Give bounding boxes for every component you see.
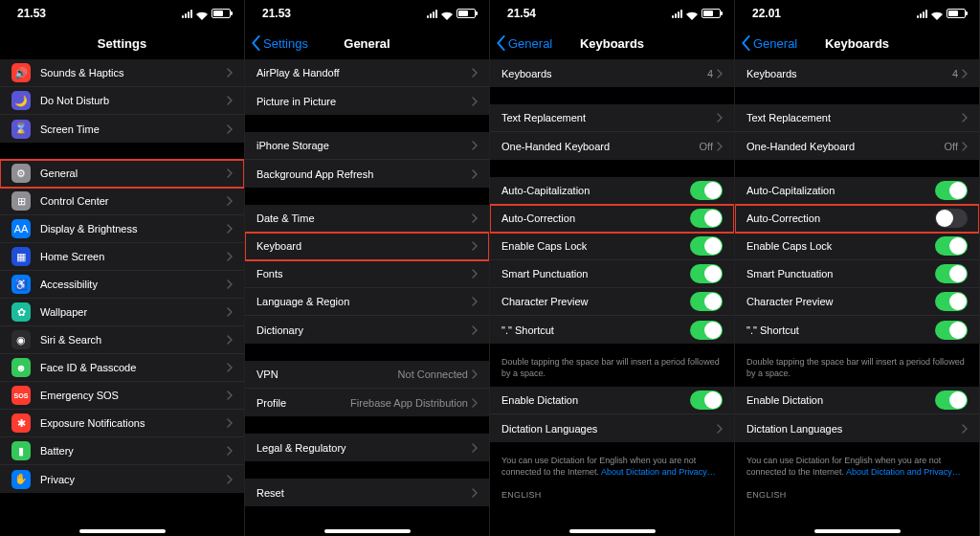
toggle-switch[interactable] [690,321,723,340]
back-button[interactable]: Settings [251,27,308,59]
chevron-right-icon [472,68,478,78]
row-label: VPN [256,368,398,380]
home-icon: ▦ [11,247,31,266]
list-row[interactable]: Fonts [245,260,489,288]
home-indicator[interactable] [79,529,166,533]
row-detail: 4 [707,68,713,79]
chevron-right-icon [472,141,478,150]
list-row[interactable]: ⚙General [0,160,244,188]
status-time: 21.54 [507,7,536,20]
toggle-switch[interactable] [690,181,723,200]
navbar: Settings General [245,27,489,59]
list-row[interactable]: Dictionary [245,316,489,344]
list-row[interactable]: AADisplay & Brightness [0,215,244,243]
toggle-switch[interactable] [935,181,968,200]
list-row[interactable]: Dictation Languages [490,414,734,442]
list-row[interactable]: ☻Face ID & Passcode [0,354,244,382]
list-row[interactable]: AirPlay & Handoff [245,59,489,87]
list-row[interactable]: VPNNot Connected [245,361,489,389]
list-row[interactable]: One-Handed KeyboardOff [735,132,979,160]
list-row[interactable]: Keyboards4 [735,59,979,87]
list-row[interactable]: Date & Time [245,205,489,233]
siri-icon: ◉ [11,330,31,349]
row-label: iPhone Storage [256,140,472,151]
chevron-right-icon [227,307,233,317]
toggle-switch[interactable] [935,264,968,283]
status-right [672,9,721,18]
dictation-privacy-link[interactable]: About Dictation and Privacy… [846,467,961,477]
row-label: Enable Dictation [501,394,690,406]
list-row[interactable]: 🌙Do Not Disturb [0,87,244,115]
row-label: Enable Caps Lock [501,240,690,252]
list-row[interactable]: Language & Region [245,288,489,316]
sos-icon: SOS [11,386,31,405]
row-label: Display & Brightness [40,223,227,234]
list-row[interactable]: Legal & Regulatory [245,434,489,461]
row-label: Enable Dictation [746,394,935,406]
toggle-switch[interactable] [690,292,723,311]
chevron-right-icon [717,142,723,151]
wifi-icon [686,10,698,18]
chevron-right-icon [227,391,233,400]
list-row[interactable]: Keyboard [245,233,489,260]
back-button[interactable]: General [496,27,552,59]
list-row[interactable]: iPhone Storage [245,132,489,160]
privacy-icon: ✋ [11,470,31,489]
toggle-switch[interactable] [690,391,723,410]
home-indicator[interactable] [814,529,901,533]
toggle-switch[interactable] [935,292,968,311]
list-row[interactable]: Picture in Picture [245,87,489,115]
list-row[interactable]: Background App Refresh [245,160,489,188]
dictation-privacy-link[interactable]: About Dictation and Privacy… [601,467,716,477]
toggle-row: "." Shortcut [490,316,734,344]
toggle-switch[interactable] [935,209,968,228]
home-indicator[interactable] [324,529,411,533]
list-row[interactable]: Reset [245,479,489,506]
chevron-right-icon [472,398,478,408]
row-label: Sounds & Haptics [40,67,227,78]
list-row[interactable]: Text Replacement [490,104,734,132]
list-row[interactable]: Dictation Languages [735,414,979,442]
navbar: General Keyboards [490,27,734,59]
toggle-switch[interactable] [690,264,723,283]
chevron-right-icon [227,124,233,134]
home-indicator[interactable] [569,529,656,533]
page-title: Settings [98,36,146,51]
list-row[interactable]: ✱Exposure Notifications [0,410,244,437]
list-row[interactable]: SOSEmergency SOS [0,382,244,410]
toggle-row: Auto-Correction [490,205,734,233]
list-row[interactable]: Text Replacement [735,104,979,132]
toggle-switch[interactable] [935,391,968,410]
row-label: General [40,168,227,179]
status-time: 21.53 [262,7,291,20]
toggle-switch[interactable] [935,236,968,256]
toggle-row: Smart Punctuation [490,260,734,288]
list-row[interactable]: ✿Wallpaper [0,299,244,326]
list-row[interactable]: Keyboards4 [490,59,734,87]
row-label: Dictation Languages [501,423,717,435]
list-row[interactable]: ⌛Screen Time [0,115,244,143]
screen-settings: 21.53 Settings 🔊Sounds & Haptics🌙Do Not … [0,0,245,536]
battery-icon [212,9,231,18]
toggle-switch[interactable] [690,209,723,228]
list-row[interactable]: ⊞Control Center [0,188,244,215]
list-row[interactable]: ▦Home Screen [0,243,244,271]
list-row[interactable]: ▮Battery [0,437,244,465]
row-detail: Off [700,141,713,152]
status-right [182,9,231,18]
toggle-row: Auto-Capitalization [490,177,734,205]
chevron-right-icon [472,297,478,306]
list-row[interactable]: 🔊Sounds & Haptics [0,59,244,87]
row-label: Do Not Disturb [40,95,227,106]
list-row[interactable]: ◉Siri & Search [0,326,244,354]
list-row[interactable]: One-Handed KeyboardOff [490,132,734,160]
toggle-row: Smart Punctuation [735,260,979,288]
list-row[interactable]: ✋Privacy [0,465,244,493]
back-button[interactable]: General [741,27,797,59]
row-label: Smart Punctuation [501,268,690,279]
keyboards-list: Keyboards4 Text ReplacementOne-Handed Ke… [735,59,979,502]
toggle-switch[interactable] [690,236,723,256]
list-row[interactable]: ♿Accessibility [0,271,244,299]
toggle-switch[interactable] [935,321,968,340]
list-row[interactable]: ProfileFirebase App Distribution [245,389,489,416]
